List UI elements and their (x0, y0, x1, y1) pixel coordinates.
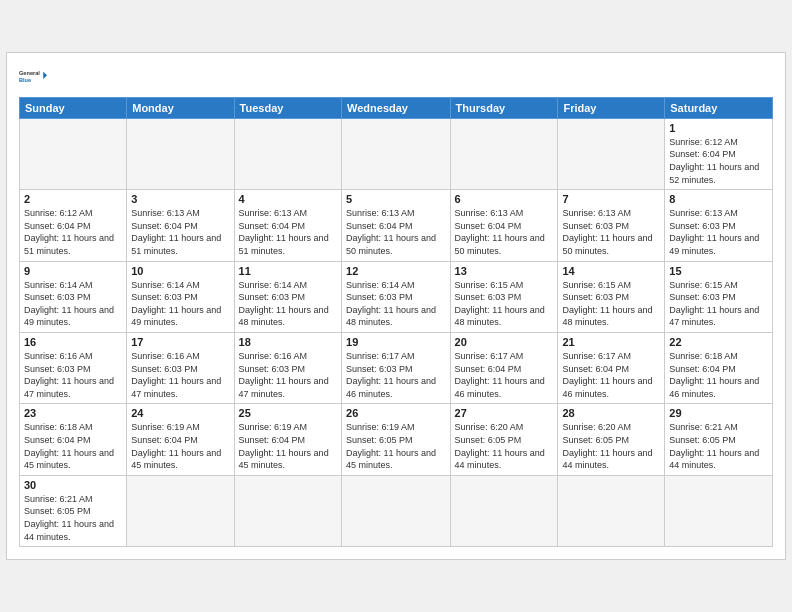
calendar-cell: 19Sunrise: 6:17 AMSunset: 6:03 PMDayligh… (342, 333, 451, 404)
day-number: 20 (455, 336, 554, 348)
day-info: Sunrise: 6:16 AMSunset: 6:03 PMDaylight:… (24, 350, 122, 400)
calendar-cell: 9Sunrise: 6:14 AMSunset: 6:03 PMDaylight… (20, 261, 127, 332)
calendar-cell: 30Sunrise: 6:21 AMSunset: 6:05 PMDayligh… (20, 475, 127, 546)
calendar-cell: 2Sunrise: 6:12 AMSunset: 6:04 PMDaylight… (20, 190, 127, 261)
calendar-cell: 28Sunrise: 6:20 AMSunset: 6:05 PMDayligh… (558, 404, 665, 475)
day-number: 4 (239, 193, 337, 205)
day-header-wednesday: Wednesday (342, 97, 451, 118)
calendar-cell (558, 118, 665, 189)
calendar-cell: 11Sunrise: 6:14 AMSunset: 6:03 PMDayligh… (234, 261, 341, 332)
day-info: Sunrise: 6:14 AMSunset: 6:03 PMDaylight:… (346, 279, 446, 329)
day-info: Sunrise: 6:19 AMSunset: 6:04 PMDaylight:… (239, 421, 337, 471)
day-info: Sunrise: 6:21 AMSunset: 6:05 PMDaylight:… (669, 421, 768, 471)
day-number: 13 (455, 265, 554, 277)
calendar-table: SundayMondayTuesdayWednesdayThursdayFrid… (19, 97, 773, 547)
svg-text:General: General (19, 70, 40, 76)
day-info: Sunrise: 6:15 AMSunset: 6:03 PMDaylight:… (562, 279, 660, 329)
calendar-cell: 7Sunrise: 6:13 AMSunset: 6:03 PMDaylight… (558, 190, 665, 261)
calendar-cell: 6Sunrise: 6:13 AMSunset: 6:04 PMDaylight… (450, 190, 558, 261)
calendar-week-0: 1Sunrise: 6:12 AMSunset: 6:04 PMDaylight… (20, 118, 773, 189)
calendar-week-1: 2Sunrise: 6:12 AMSunset: 6:04 PMDaylight… (20, 190, 773, 261)
day-number: 11 (239, 265, 337, 277)
day-number: 30 (24, 479, 122, 491)
day-number: 14 (562, 265, 660, 277)
calendar-cell: 10Sunrise: 6:14 AMSunset: 6:03 PMDayligh… (127, 261, 234, 332)
day-info: Sunrise: 6:13 AMSunset: 6:04 PMDaylight:… (455, 207, 554, 257)
calendar-header-row: SundayMondayTuesdayWednesdayThursdayFrid… (20, 97, 773, 118)
calendar-cell: 4Sunrise: 6:13 AMSunset: 6:04 PMDaylight… (234, 190, 341, 261)
day-number: 26 (346, 407, 446, 419)
day-info: Sunrise: 6:21 AMSunset: 6:05 PMDaylight:… (24, 493, 122, 543)
logo: General Blue (19, 63, 47, 91)
calendar-cell (234, 475, 341, 546)
day-number: 8 (669, 193, 768, 205)
calendar-container: General Blue SundayMondayTuesdayWednesda… (6, 52, 786, 560)
calendar-cell: 13Sunrise: 6:15 AMSunset: 6:03 PMDayligh… (450, 261, 558, 332)
calendar-cell: 25Sunrise: 6:19 AMSunset: 6:04 PMDayligh… (234, 404, 341, 475)
calendar-cell: 14Sunrise: 6:15 AMSunset: 6:03 PMDayligh… (558, 261, 665, 332)
day-info: Sunrise: 6:18 AMSunset: 6:04 PMDaylight:… (669, 350, 768, 400)
day-number: 15 (669, 265, 768, 277)
day-info: Sunrise: 6:16 AMSunset: 6:03 PMDaylight:… (239, 350, 337, 400)
calendar-cell: 22Sunrise: 6:18 AMSunset: 6:04 PMDayligh… (665, 333, 773, 404)
calendar-cell: 24Sunrise: 6:19 AMSunset: 6:04 PMDayligh… (127, 404, 234, 475)
day-header-monday: Monday (127, 97, 234, 118)
day-number: 23 (24, 407, 122, 419)
calendar-header: General Blue (19, 63, 773, 91)
day-info: Sunrise: 6:20 AMSunset: 6:05 PMDaylight:… (455, 421, 554, 471)
logo-icon: General Blue (19, 63, 47, 91)
day-info: Sunrise: 6:19 AMSunset: 6:04 PMDaylight:… (131, 421, 229, 471)
svg-marker-2 (43, 72, 47, 79)
day-number: 24 (131, 407, 229, 419)
calendar-week-2: 9Sunrise: 6:14 AMSunset: 6:03 PMDaylight… (20, 261, 773, 332)
calendar-cell: 29Sunrise: 6:21 AMSunset: 6:05 PMDayligh… (665, 404, 773, 475)
day-info: Sunrise: 6:12 AMSunset: 6:04 PMDaylight:… (24, 207, 122, 257)
day-info: Sunrise: 6:13 AMSunset: 6:03 PMDaylight:… (669, 207, 768, 257)
day-number: 19 (346, 336, 446, 348)
day-info: Sunrise: 6:20 AMSunset: 6:05 PMDaylight:… (562, 421, 660, 471)
day-header-saturday: Saturday (665, 97, 773, 118)
day-info: Sunrise: 6:17 AMSunset: 6:04 PMDaylight:… (455, 350, 554, 400)
day-number: 21 (562, 336, 660, 348)
calendar-cell (127, 475, 234, 546)
calendar-cell: 27Sunrise: 6:20 AMSunset: 6:05 PMDayligh… (450, 404, 558, 475)
day-info: Sunrise: 6:14 AMSunset: 6:03 PMDaylight:… (24, 279, 122, 329)
calendar-week-3: 16Sunrise: 6:16 AMSunset: 6:03 PMDayligh… (20, 333, 773, 404)
calendar-cell (342, 118, 451, 189)
day-info: Sunrise: 6:13 AMSunset: 6:04 PMDaylight:… (131, 207, 229, 257)
day-number: 3 (131, 193, 229, 205)
day-number: 6 (455, 193, 554, 205)
day-number: 18 (239, 336, 337, 348)
calendar-cell: 16Sunrise: 6:16 AMSunset: 6:03 PMDayligh… (20, 333, 127, 404)
day-number: 7 (562, 193, 660, 205)
day-info: Sunrise: 6:13 AMSunset: 6:04 PMDaylight:… (346, 207, 446, 257)
calendar-cell: 17Sunrise: 6:16 AMSunset: 6:03 PMDayligh… (127, 333, 234, 404)
calendar-cell: 5Sunrise: 6:13 AMSunset: 6:04 PMDaylight… (342, 190, 451, 261)
day-number: 5 (346, 193, 446, 205)
calendar-cell: 15Sunrise: 6:15 AMSunset: 6:03 PMDayligh… (665, 261, 773, 332)
day-number: 9 (24, 265, 122, 277)
day-info: Sunrise: 6:17 AMSunset: 6:04 PMDaylight:… (562, 350, 660, 400)
day-info: Sunrise: 6:13 AMSunset: 6:03 PMDaylight:… (562, 207, 660, 257)
day-number: 25 (239, 407, 337, 419)
day-number: 28 (562, 407, 660, 419)
day-info: Sunrise: 6:16 AMSunset: 6:03 PMDaylight:… (131, 350, 229, 400)
day-number: 27 (455, 407, 554, 419)
day-number: 22 (669, 336, 768, 348)
day-number: 1 (669, 122, 768, 134)
calendar-cell (450, 118, 558, 189)
day-number: 29 (669, 407, 768, 419)
day-number: 12 (346, 265, 446, 277)
calendar-cell: 21Sunrise: 6:17 AMSunset: 6:04 PMDayligh… (558, 333, 665, 404)
day-info: Sunrise: 6:12 AMSunset: 6:04 PMDaylight:… (669, 136, 768, 186)
day-number: 17 (131, 336, 229, 348)
calendar-cell: 20Sunrise: 6:17 AMSunset: 6:04 PMDayligh… (450, 333, 558, 404)
calendar-cell: 26Sunrise: 6:19 AMSunset: 6:05 PMDayligh… (342, 404, 451, 475)
day-number: 10 (131, 265, 229, 277)
day-info: Sunrise: 6:14 AMSunset: 6:03 PMDaylight:… (131, 279, 229, 329)
day-header-sunday: Sunday (20, 97, 127, 118)
day-number: 2 (24, 193, 122, 205)
calendar-cell (558, 475, 665, 546)
calendar-week-5: 30Sunrise: 6:21 AMSunset: 6:05 PMDayligh… (20, 475, 773, 546)
day-info: Sunrise: 6:13 AMSunset: 6:04 PMDaylight:… (239, 207, 337, 257)
